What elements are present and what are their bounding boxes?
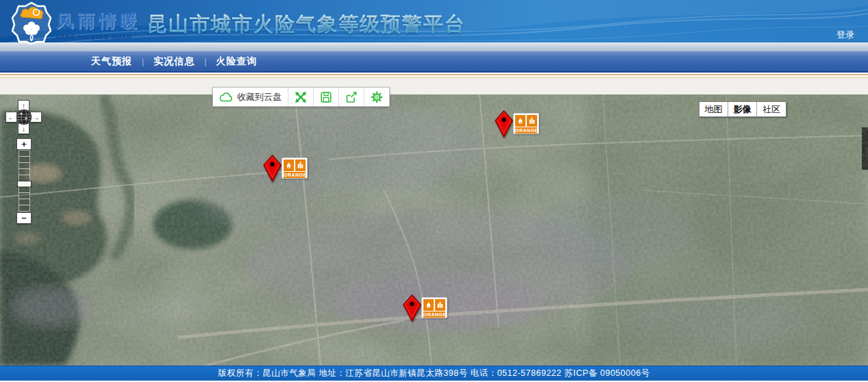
map-type-button-社区[interactable]: 社区 [757, 102, 786, 116]
nav-item-1[interactable]: 天气预报 [91, 55, 132, 68]
share-icon [345, 91, 358, 103]
flame-icon [423, 299, 434, 311]
zoom-out-button[interactable]: − [16, 212, 32, 224]
building-icon [295, 160, 306, 171]
settings-button[interactable] [364, 88, 389, 106]
warning-level-label: ORANGE [423, 311, 445, 318]
fire-warning-marker[interactable]: ORANGE [495, 110, 540, 138]
header-bottom-band [0, 42, 868, 51]
zoom-ticks [17, 151, 32, 212]
copyright-text: 版权所有：昆山市气象局 地址：江苏省昆山市新镇昆太路398号 电话：0512-5… [218, 368, 649, 379]
save-icon [320, 91, 332, 103]
fire-warning-badge[interactable]: ORANGE [513, 113, 539, 134]
map-pin-icon[interactable] [403, 294, 421, 322]
fire-warning-marker[interactable]: ORANGE [403, 294, 448, 322]
arrow-down-icon: ↓ [22, 125, 25, 133]
map-pin-icon[interactable] [263, 155, 282, 182]
fire-warning-badge[interactable]: ORANGE [421, 297, 447, 318]
cloud-icon [219, 92, 233, 103]
fire-warning-marker[interactable]: ORANGE [263, 155, 308, 182]
flame-icon [515, 115, 525, 127]
logo-name-en: FENG YU QING NUAN [56, 34, 141, 40]
map-type-button-地图[interactable]: 地图 [699, 102, 728, 116]
page-title: 昆山市城市火险气象等级预警平台 [147, 11, 466, 38]
logo-name-cn: 风雨情暖 [56, 10, 141, 32]
nav-menu: 天气预报|实况信息|火险查询 [91, 55, 257, 68]
divider-band [0, 73, 868, 94]
fullscreen-button[interactable] [288, 88, 314, 106]
save-to-cloud-button[interactable]: 收藏到云盘 [213, 88, 288, 106]
warning-level-label: ORANGE [284, 172, 306, 178]
flame-icon [284, 160, 294, 171]
warning-level-label: ORANGE [515, 127, 537, 133]
save-image-button[interactable] [314, 88, 339, 106]
map-toolbar: 收藏到云盘 [212, 87, 390, 107]
footer: 版权所有：昆山市气象局 地址：江苏省昆山市新镇昆太路398号 电话：0512-5… [0, 366, 868, 381]
nav-separator: | [204, 57, 206, 66]
header: 风雨情暖 FENG YU QING NUAN 昆山市城市火险气象等级预警平台 登… [0, 0, 868, 51]
map-pin-icon[interactable] [495, 110, 513, 138]
logo-emblem [12, 2, 51, 44]
satellite-map-image[interactable] [0, 94, 868, 366]
globe-reset-button[interactable] [16, 109, 32, 125]
nav-separator: | [142, 57, 144, 66]
share-button[interactable] [339, 88, 364, 106]
map-pan-control: ↑ ← → ↓ [5, 100, 42, 137]
page: 风雨情暖 FENG YU QING NUAN 昆山市城市火险气象等级预警平台 登… [0, 0, 868, 382]
map-type-selector: 地图影像社区 [699, 101, 786, 117]
gear-icon [371, 91, 383, 103]
fire-warning-badge[interactable]: ORANGE [282, 157, 308, 179]
map-viewport[interactable]: ↑ ← → ↓ + − 地图影像社区 [0, 94, 868, 366]
fullscreen-icon [295, 91, 307, 103]
nav-item-2[interactable]: 实况信息 [153, 55, 195, 68]
logo-text-block: 风雨情暖 FENG YU QING NUAN [56, 10, 141, 40]
arrow-up-icon: ↑ [22, 102, 25, 110]
nav-item-3[interactable]: 火险查询 [216, 55, 257, 68]
arrow-right-icon: → [33, 114, 40, 121]
arrow-left-icon: ← [8, 114, 15, 121]
map-zoom-control: + − [16, 138, 32, 224]
save-to-cloud-label: 收藏到云盘 [237, 91, 282, 103]
navbar: 天气预报|实况信息|火险查询 [0, 51, 868, 73]
building-icon [527, 115, 537, 127]
zoom-level-tick[interactable] [18, 205, 30, 212]
zoom-in-button[interactable]: + [16, 138, 32, 150]
map-type-button-影像[interactable]: 影像 [728, 102, 757, 116]
building-icon [435, 299, 445, 311]
login-link[interactable]: 登录 [836, 29, 854, 41]
